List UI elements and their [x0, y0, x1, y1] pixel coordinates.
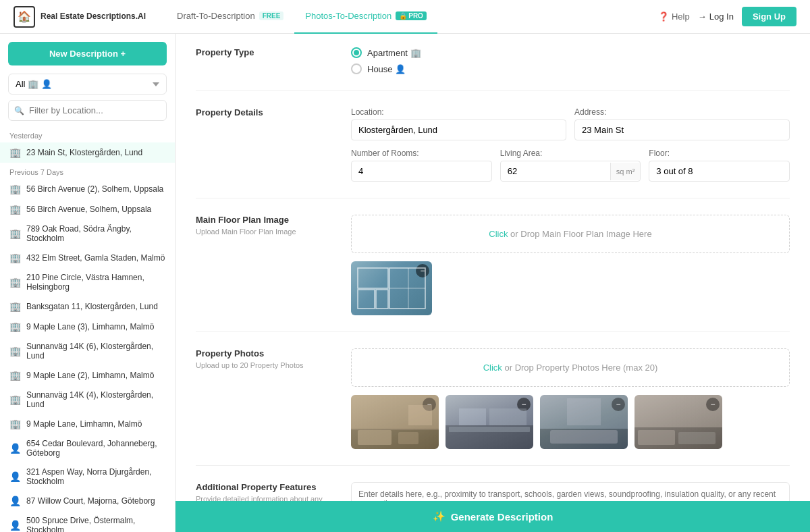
upload-click-link[interactable]: Click — [489, 229, 508, 239]
rooms-input[interactable] — [351, 161, 492, 182]
radio-dot-house — [351, 63, 362, 74]
location-input[interactable] — [351, 119, 566, 140]
header: 🏠 Real Estate Descriptions.AI Draft-To-D… — [0, 0, 810, 34]
logo-text: Real Estate Descriptions.AI — [40, 11, 146, 21]
svg-rect-7 — [358, 430, 392, 445]
floor-label: Floor: — [649, 149, 790, 158]
logo-icon: 🏠 — [14, 6, 35, 28]
new-description-button[interactable]: New Description + — [8, 42, 167, 65]
list-item[interactable]: 🏢789 Oak Road, Södra Ängby, Stockholm — [0, 219, 175, 248]
photo-thumb: − — [540, 395, 628, 449]
additional-features-label: Additional Property Features Provide det… — [196, 482, 331, 501]
photos-upload-area[interactable]: Click or Drop Property Photos Here (max … — [351, 348, 790, 387]
photo-thumb: − — [634, 395, 722, 449]
list-item[interactable]: 🏢56 Birch Avenue (2), Solhem, Uppsala — [0, 179, 175, 199]
living-area-label: Living Area: — [500, 149, 641, 158]
list-item[interactable]: 🏢210 Pine Circle, Västra Hamnen, Helsing… — [0, 268, 175, 296]
radio-label-house: House 👤 — [367, 64, 406, 74]
radio-group: Apartment 🏢 House 👤 — [351, 47, 790, 74]
additional-features-section: Additional Property Features Provide det… — [196, 482, 790, 501]
item-text: 321 Aspen Way, Norra Djurgården, Stockho… — [26, 467, 165, 486]
address-input[interactable] — [574, 119, 790, 140]
section-desc: Upload up to 20 Property Photos — [196, 361, 331, 369]
sparkle-icon: ✨ — [433, 510, 446, 523]
floor-input[interactable] — [649, 161, 790, 182]
item-text: 432 Elm Street, Gamla Staden, Malmö — [26, 253, 165, 263]
list-item[interactable]: 🏢9 Maple Lane (3), Limhamn, Malmö — [0, 317, 175, 337]
floor-plan-svg — [351, 261, 432, 315]
item-text: Sunnanväg 14K (4), Klostergården, Lund — [26, 390, 165, 409]
list-item[interactable]: 🏢9 Maple Lane, Limhamn, Malmö — [0, 414, 175, 434]
item-icon: 👤 — [9, 496, 21, 506]
item-icon: 🏢 — [9, 277, 21, 288]
list-item[interactable]: 🏢Sunnanväg 14K (4), Klostergården, Lund — [0, 385, 175, 414]
section-title: Property Details — [196, 107, 331, 117]
section-desc: Provide detailed information about any e… — [196, 495, 331, 501]
features-textarea[interactable] — [351, 482, 790, 501]
list-item[interactable]: 🏢9 Maple Lane (2), Limhamn, Malmö — [0, 365, 175, 385]
property-photos-label: Property Photos Upload up to 20 Property… — [196, 348, 331, 449]
item-text: 210 Pine Circle, Västra Hamnen, Helsingb… — [26, 273, 165, 292]
list-item[interactable]: 🏢432 Elm Street, Gamla Staden, Malmö — [0, 248, 175, 268]
list-item[interactable]: 👤500 Spruce Drive, Östermalm, Stockholm — [0, 511, 175, 532]
floor-plan-upload-area[interactable]: Click or Drop Main Floor Plan Image Here — [351, 215, 790, 253]
item-text: 9 Maple Lane (3), Limhamn, Malmö — [26, 322, 154, 331]
main-content: Property Type Apartment 🏢 House 👤 — [176, 34, 810, 501]
tab-draft[interactable]: Draft-To-Description FREE — [166, 0, 294, 34]
location-field: Location: — [351, 107, 566, 140]
svg-rect-13 — [459, 408, 486, 425]
svg-rect-10 — [408, 405, 432, 425]
radio-apartment[interactable]: Apartment 🏢 — [351, 47, 790, 58]
item-icon: 🏢 — [9, 228, 21, 239]
generate-button[interactable]: ✨ Generate Description — [433, 510, 554, 523]
location-label: Location: — [351, 107, 566, 117]
header-actions: ❓ Help → Log In Sign Up — [658, 7, 796, 26]
radio-dot-apartment — [351, 47, 362, 58]
address-label: Address: — [574, 107, 790, 117]
item-text: 500 Spruce Drive, Östermalm, Stockholm — [26, 516, 165, 532]
item-text: 9 Maple Lane (2), Limhamn, Malmö — [26, 371, 154, 380]
list-item[interactable]: 👤87 Willow Court, Majorna, Göteborg — [0, 491, 175, 511]
sidebar-group-yesterday: Yesterday — [0, 126, 175, 142]
search-input[interactable] — [8, 100, 167, 121]
list-item[interactable]: 🏢56 Birch Avenue, Solhem, Uppsala — [0, 199, 175, 219]
item-icon: 🏢 — [9, 394, 21, 405]
item-icon: 🏢 — [9, 321, 21, 332]
tab-draft-badge: FREE — [259, 11, 284, 20]
help-icon: ❓ — [658, 11, 669, 22]
list-item[interactable]: 🏢Banksgatan 11, Klostergården, Lund — [0, 296, 175, 317]
floor-plan-thumbs: − — [351, 261, 790, 315]
list-item[interactable]: 👤321 Aspen Way, Norra Djurgården, Stockh… — [0, 462, 175, 491]
item-icon: 🏢 — [9, 301, 21, 312]
filter-select[interactable]: All 🏢 👤 — [8, 74, 167, 95]
upload-click-link[interactable]: Click — [483, 363, 502, 373]
living-area-field: Living Area: sq m² — [500, 149, 641, 182]
item-icon: 👤 — [9, 443, 21, 454]
property-photos-content: Click or Drop Property Photos Here (max … — [351, 348, 790, 449]
living-area-input[interactable] — [501, 161, 610, 181]
item-text: 789 Oak Road, Södra Ängby, Stockholm — [26, 224, 165, 243]
radio-house[interactable]: House 👤 — [351, 63, 790, 74]
signup-button[interactable]: Sign Up — [742, 7, 796, 26]
property-details-content: Location: Address: Number of — [351, 107, 790, 182]
item-icon: 🏢 — [9, 419, 21, 429]
item-text: 56 Birch Avenue, Solhem, Uppsala — [26, 205, 151, 214]
list-item[interactable]: 🏢 23 Main St, Klostergården, Lund — [0, 142, 175, 163]
living-area-suffix: sq m² — [610, 163, 641, 180]
list-item[interactable]: 👤654 Cedar Boulevard, Johanneberg, Göteb… — [0, 434, 175, 462]
generate-footer: ✨ Generate Description — [176, 501, 810, 532]
help-button[interactable]: ❓ Help — [658, 11, 690, 22]
list-item[interactable]: 🏢Sunnanväg 14K (6), Klostergården, Lund — [0, 337, 175, 365]
detail-row-2: Number of Rooms: Living Area: sq m² — [351, 149, 790, 182]
property-photos-grid: − − — [351, 395, 790, 449]
item-text: Sunnanväg 14K (6), Klostergården, Lund — [26, 342, 165, 361]
item-icon: 🏢 — [9, 346, 21, 356]
login-button[interactable]: → Log In — [698, 11, 734, 22]
section-desc: Upload Main Floor Plan Image — [196, 228, 331, 236]
section-title: Property Photos — [196, 348, 331, 358]
tab-photos[interactable]: Photos-To-Description 🔒 PRO — [294, 0, 437, 34]
section-title: Additional Property Features — [196, 482, 331, 492]
property-photos-section: Property Photos Upload up to 20 Property… — [196, 348, 790, 466]
svg-rect-14 — [489, 408, 526, 425]
section-title: Main Floor Plan Image — [196, 215, 331, 225]
